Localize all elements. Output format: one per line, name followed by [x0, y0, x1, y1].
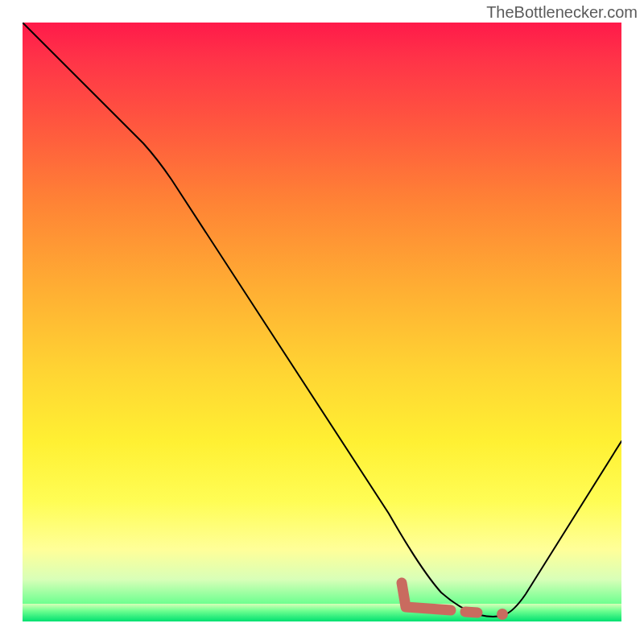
optimum-marker-dash [465, 612, 477, 613]
optimum-marker-l [402, 583, 451, 610]
chart-plot-area [23, 23, 621, 621]
bottleneck-curve-line [23, 23, 621, 617]
chart-svg-layer [23, 23, 621, 621]
watermark-text: TheBottlenecker.com [486, 3, 638, 22]
optimum-marker-dot [497, 609, 508, 620]
